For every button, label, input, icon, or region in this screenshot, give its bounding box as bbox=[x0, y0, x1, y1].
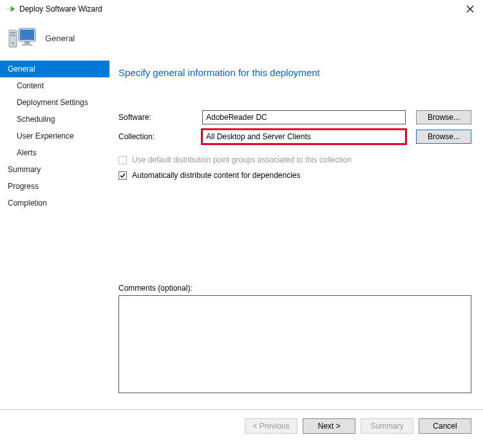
svg-rect-7 bbox=[22, 44, 32, 46]
sidebar-item-user-experience[interactable]: User Experience bbox=[0, 128, 109, 144]
sidebar-item-label: Scheduling bbox=[17, 115, 55, 124]
sidebar-item-progress[interactable]: Progress bbox=[0, 178, 109, 195]
software-row: Software: AdobeReader DC Browse... bbox=[118, 110, 471, 124]
cancel-button[interactable]: Cancel bbox=[419, 418, 471, 434]
collection-input[interactable]: All Desktop and Server Clients bbox=[202, 130, 406, 144]
wizard-body: General Content Deployment Settings Sche… bbox=[0, 58, 483, 409]
comments-section: Comments (optional): bbox=[118, 284, 471, 395]
summary-button: Summary bbox=[361, 418, 413, 434]
close-button[interactable] bbox=[461, 0, 479, 18]
sidebar-item-label: Alerts bbox=[17, 148, 37, 157]
software-input[interactable]: AdobeReader DC bbox=[202, 110, 406, 124]
collection-row: Collection: All Desktop and Server Clien… bbox=[118, 130, 471, 144]
window-title: Deploy Software Wizard bbox=[19, 5, 461, 14]
collection-label: Collection: bbox=[118, 132, 202, 141]
svg-point-3 bbox=[12, 43, 14, 44]
button-label: Cancel bbox=[433, 422, 457, 431]
wizard-icon bbox=[5, 4, 15, 14]
page-heading: Specify general information for this dep… bbox=[118, 67, 471, 78]
button-label: < Previous bbox=[252, 422, 289, 431]
button-label: Browse... bbox=[428, 132, 460, 141]
sidebar-item-label: User Experience bbox=[17, 131, 74, 141]
svg-rect-5 bbox=[20, 30, 34, 40]
next-button[interactable]: Next > bbox=[303, 418, 355, 434]
sidebar: General Content Deployment Settings Sche… bbox=[0, 58, 109, 409]
sidebar-item-label: General bbox=[8, 64, 35, 73]
sidebar-item-scheduling[interactable]: Scheduling bbox=[0, 111, 109, 128]
main-panel: Specify general information for this dep… bbox=[109, 58, 483, 409]
sidebar-item-completion[interactable]: Completion bbox=[0, 195, 109, 211]
button-label: Summary bbox=[370, 422, 403, 431]
sidebar-item-deployment-settings[interactable]: Deployment Settings bbox=[0, 94, 109, 111]
sidebar-item-summary[interactable]: Summary bbox=[0, 161, 109, 178]
button-label: Browse... bbox=[428, 113, 460, 122]
sidebar-item-label: Deployment Settings bbox=[17, 98, 88, 107]
software-label: Software: bbox=[118, 113, 202, 122]
comments-label: Comments (optional): bbox=[118, 284, 471, 293]
sidebar-item-label: Progress bbox=[8, 182, 39, 191]
distpoint-checkbox-row: Use default distribution point groups as… bbox=[118, 155, 471, 164]
sidebar-item-alerts[interactable]: Alerts bbox=[0, 144, 109, 161]
wizard-header: General bbox=[0, 18, 483, 58]
browse-software-button[interactable]: Browse... bbox=[416, 110, 471, 124]
sidebar-item-label: Content bbox=[17, 81, 44, 90]
collection-value: All Desktop and Server Clients bbox=[206, 132, 311, 141]
browse-collection-button[interactable]: Browse... bbox=[416, 130, 471, 144]
sidebar-item-label: Completion bbox=[8, 199, 47, 208]
autodist-checkbox-row[interactable]: Automatically distribute content for dep… bbox=[118, 171, 471, 180]
button-label: Next > bbox=[317, 422, 340, 431]
wizard-footer: < Previous Next > Summary Cancel bbox=[0, 409, 483, 442]
svg-rect-1 bbox=[10, 32, 15, 34]
autodist-checkbox[interactable] bbox=[118, 171, 127, 180]
previous-button: < Previous bbox=[245, 418, 298, 434]
sidebar-item-content[interactable]: Content bbox=[0, 77, 109, 94]
sidebar-item-general[interactable]: General bbox=[0, 61, 109, 77]
header-step-title: General bbox=[45, 34, 75, 43]
software-value: AdobeReader DC bbox=[206, 113, 267, 122]
comments-textarea[interactable] bbox=[118, 295, 471, 393]
computer-icon bbox=[8, 25, 39, 51]
distpoint-checkbox bbox=[118, 156, 127, 164]
svg-rect-2 bbox=[10, 35, 15, 36]
sidebar-item-label: Summary bbox=[8, 165, 41, 174]
svg-rect-6 bbox=[24, 41, 30, 44]
titlebar: Deploy Software Wizard bbox=[0, 0, 483, 18]
distpoint-checkbox-label: Use default distribution point groups as… bbox=[132, 155, 352, 164]
autodist-checkbox-label: Automatically distribute content for dep… bbox=[132, 171, 301, 180]
